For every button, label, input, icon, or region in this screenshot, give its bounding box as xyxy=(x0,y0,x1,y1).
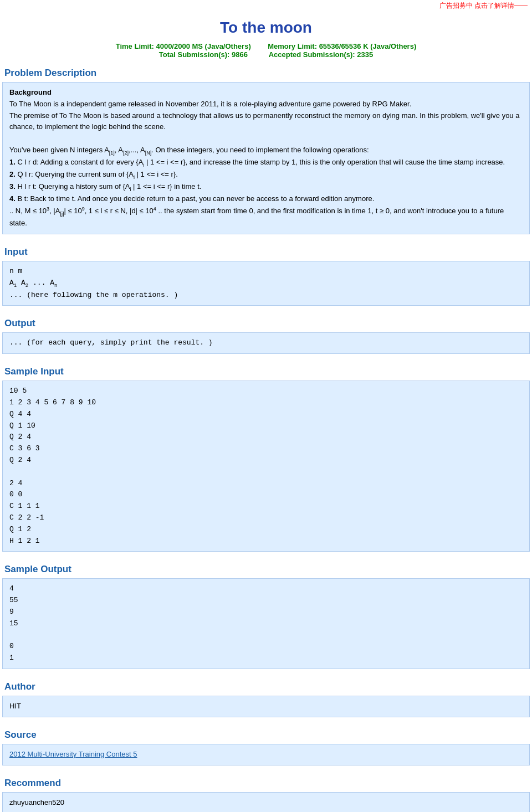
operation-3: 3. H l r t: Querying a history sum of {A… xyxy=(9,181,523,193)
output-header: Output xyxy=(0,310,532,332)
accepted-submissions: Accepted Submission(s): 2335 xyxy=(269,50,374,59)
output-text: ... (for each query, simply print the re… xyxy=(9,337,523,349)
total-submissions: Total Submission(s): 9866 xyxy=(159,50,248,59)
author-text: HIT xyxy=(9,702,21,710)
source-content: 2012 Multi-University Training Contest 5 xyxy=(2,744,530,765)
sample-output-text: 4 55 9 15 0 1 xyxy=(9,583,523,664)
problem-description-content: Background To The Moon is a independent … xyxy=(2,82,530,234)
operation-4: 4. B t: Back to time t. And once you dec… xyxy=(9,193,523,205)
sample-input-header: Sample Input xyxy=(0,358,532,381)
problem-description-header: Problem Description xyxy=(0,60,532,82)
time-limit: Time Limit: 4000/2000 MS (Java/Others) xyxy=(116,42,251,50)
constraint: .. N, M ≤ 103, |A[j]| ≤ 109, 1 ≤ l ≤ r ≤… xyxy=(9,205,523,229)
meta-info: Time Limit: 4000/2000 MS (Java/Others) M… xyxy=(0,40,532,60)
banner-text: 广告招募中 点击了解详情—— xyxy=(439,2,528,9)
output-content: ... (for each query, simply print the re… xyxy=(2,332,530,354)
background-text: To The Moon is a independent game releas… xyxy=(9,99,523,133)
input-header: Input xyxy=(0,239,532,261)
background-title: Background xyxy=(9,87,523,99)
input-text: n m A1 A2 ... An ... (here following the… xyxy=(9,266,523,301)
source-header: Source xyxy=(0,722,532,744)
sample-output-content: 4 55 9 15 0 1 xyxy=(2,578,530,669)
sample-input-content: 10 5 1 2 3 4 5 6 7 8 9 10 Q 4 4 Q 1 10 Q… xyxy=(2,381,530,552)
author-header: Author xyxy=(0,674,532,696)
sample-output-header: Sample Output xyxy=(0,556,532,578)
author-content: HIT xyxy=(2,696,530,717)
recommend-content: zhuyuanchen520 xyxy=(2,792,530,812)
top-banner: 广告招募中 点击了解详情—— xyxy=(0,0,532,9)
input-content: n m A1 A2 ... An ... (here following the… xyxy=(2,261,530,306)
recommend-header: Recommend xyxy=(0,770,532,792)
operation-intro: You've been given N integers A[1], A[2],… xyxy=(9,145,523,157)
sample-input-text: 10 5 1 2 3 4 5 6 7 8 9 10 Q 4 4 Q 1 10 Q… xyxy=(9,386,523,547)
page-title: To the moon xyxy=(0,9,532,40)
recommend-text: zhuyuanchen520 xyxy=(9,798,64,806)
source-link[interactable]: 2012 Multi-University Training Contest 5 xyxy=(9,750,137,758)
operation-2: 2. Q l r: Querying the current sum of {A… xyxy=(9,169,523,181)
memory-limit: Memory Limit: 65536/65536 K (Java/Others… xyxy=(268,42,416,50)
operation-1: 1. C l r d: Adding a constant d for ever… xyxy=(9,157,523,169)
